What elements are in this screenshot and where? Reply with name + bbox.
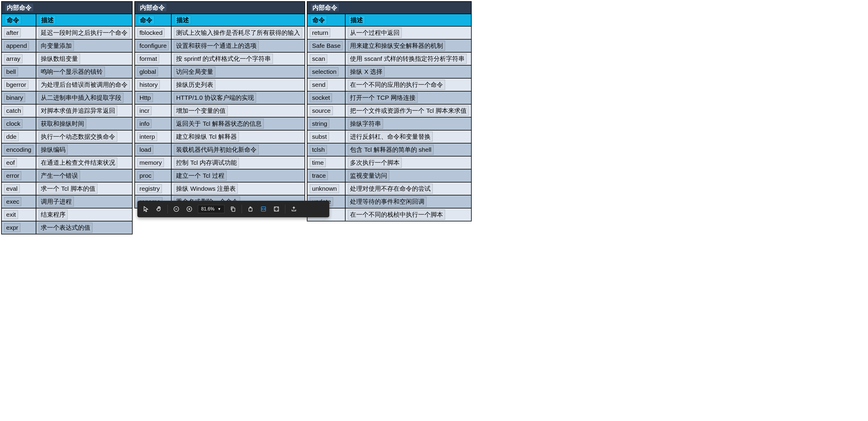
command-cell: binary: [1, 91, 36, 104]
description-cell: 按 sprintf 的式样格式化一个字符串: [171, 52, 305, 65]
table-row: fconfigure设置和获得一个通道上的选项: [135, 39, 305, 52]
table-row: info返回关于 Tcl 解释器状态的信息: [135, 117, 305, 130]
command-cell: global: [135, 65, 171, 78]
description-cell: 操纵数组变量: [36, 52, 132, 65]
table-row: error产生一个错误: [1, 169, 132, 182]
table-row: dde执行一个动态数据交换命令: [1, 130, 132, 143]
command-cell: append: [1, 39, 36, 52]
command-cell: time: [307, 156, 345, 169]
command-cell: exec: [1, 195, 36, 208]
description-cell: 访问全局变量: [171, 65, 305, 78]
command-table: 内部命令命令描述return从一个过程中返回Safe Base用来建立和操纵安全…: [307, 1, 471, 221]
table-row: registry操纵 Windows 注册表: [135, 182, 305, 195]
command-cell: trace: [307, 169, 345, 182]
tables-container: 内部命令命令描述after延迟一段时间之后执行一个命令append向变量添加ar…: [1, 1, 867, 234]
command-cell: Safe Base: [307, 39, 345, 52]
command-cell: history: [135, 78, 171, 91]
command-cell: return: [307, 26, 345, 39]
command-cell: exit: [1, 208, 36, 221]
svg-rect-5: [232, 208, 235, 212]
command-cell: string: [307, 117, 345, 130]
description-cell: 处理对使用不存在命令的尝试: [345, 182, 471, 195]
table-row: fblocked测试上次输入操作是否耗尽了所有获得的输入: [135, 26, 305, 39]
description-cell: 建立和操纵 Tcl 解释器: [171, 130, 305, 143]
command-cell: source: [307, 104, 345, 117]
table-row: append向变量添加: [1, 39, 132, 52]
table-row: 在一个不同的栈桢中执行一个脚本: [307, 208, 471, 221]
command-cell: eof: [1, 156, 36, 169]
description-cell: 为处理后台错误而被调用的命令: [36, 78, 132, 91]
table-row: send在一个不同的应用的执行一个命令: [307, 78, 471, 91]
description-cell: 从二进制串中插入和提取字段: [36, 91, 132, 104]
table-row: global访问全局变量: [135, 65, 305, 78]
zoom-out-icon[interactable]: [172, 204, 181, 214]
description-cell: 操纵历史列表: [171, 78, 305, 91]
table-row: binary从二进制串中插入和提取字段: [1, 91, 132, 104]
table-row: socket打开一个 TCP 网络连接: [307, 91, 471, 104]
description-cell: 进行反斜杠、命令和变量替换: [345, 130, 471, 143]
fit-width-icon[interactable]: [259, 204, 268, 214]
command-cell: subst: [307, 130, 345, 143]
toolbar-separator: [285, 204, 285, 214]
description-cell: 在一个不同的栈桢中执行一个脚本: [345, 208, 471, 221]
table-row: unknown处理对使用不存在命令的尝试: [307, 182, 471, 195]
table-row: load装载机器代码并初始化新命令: [135, 143, 305, 156]
description-cell: 多次执行一个脚本: [345, 156, 471, 169]
table-row: array操纵数组变量: [1, 52, 132, 65]
toolbar-separator: [242, 204, 242, 214]
command-cell: clock: [1, 117, 36, 130]
table-title: 内部命令: [1, 1, 132, 14]
command-cell: load: [135, 143, 171, 156]
description-cell: 向变量添加: [36, 39, 132, 52]
command-cell: error: [1, 169, 36, 182]
table-title: 内部命令: [307, 1, 471, 14]
command-cell: eval: [1, 182, 36, 195]
table-row: Safe Base用来建立和操纵安全解释器的机制: [307, 39, 471, 52]
command-cell: memory: [135, 156, 171, 169]
command-cell: format: [135, 52, 171, 65]
table-row: return从一个过程中返回: [307, 26, 471, 39]
table-row: interp建立和操纵 Tcl 解释器: [135, 130, 305, 143]
command-cell: unknown: [307, 182, 345, 195]
description-cell: 控制 Tcl 内存调试功能: [171, 156, 305, 169]
rotate-icon[interactable]: [246, 204, 255, 214]
description-cell: 监视变量访问: [345, 169, 471, 182]
copy-icon[interactable]: [228, 204, 238, 214]
fullscreen-icon[interactable]: [272, 204, 281, 214]
table-row: exit结束程序: [1, 208, 132, 221]
command-cell: array: [1, 52, 36, 65]
description-cell: HTTP/1.0 协议客户端的实现: [171, 91, 305, 104]
zoom-level-value: 81.6%: [201, 206, 214, 212]
command-cell: bgerror: [1, 78, 36, 91]
table-row: time多次执行一个脚本: [307, 156, 471, 169]
description-cell: 返回关于 Tcl 解释器状态的信息: [171, 117, 305, 130]
command-cell: scan: [307, 52, 345, 65]
selection-tool-icon[interactable]: [142, 204, 150, 214]
share-icon[interactable]: [289, 204, 298, 214]
table-row: encoding操纵编码: [1, 143, 132, 156]
command-cell: send: [307, 78, 345, 91]
description-cell: 调用子进程: [36, 195, 132, 208]
table-row: bell鸣响一个显示器的镇铃: [1, 65, 132, 78]
table-row: string操纵字符串: [307, 117, 471, 130]
table-row: eof在通道上检查文件结束状况: [1, 156, 132, 169]
command-cell: proc: [135, 169, 171, 182]
table-row: memory控制 Tcl 内存调试功能: [135, 156, 305, 169]
column-header: 命令: [1, 14, 36, 26]
command-cell: incr: [135, 104, 171, 117]
table-row: selection操纵 X 选择: [307, 65, 471, 78]
zoom-level-select[interactable]: 81.6% ▼: [198, 205, 224, 213]
command-cell: after: [1, 26, 36, 39]
table-row: format按 sprintf 的式样格式化一个字符串: [135, 52, 305, 65]
command-cell: catch: [1, 104, 36, 117]
description-cell: 操纵 Windows 注册表: [171, 182, 305, 195]
command-cell: socket: [307, 91, 345, 104]
command-cell: bell: [1, 65, 36, 78]
description-cell: 打开一个 TCP 网络连接: [345, 91, 471, 104]
hand-tool-icon[interactable]: [154, 204, 163, 214]
description-cell: 在通道上检查文件结束状况: [36, 156, 132, 169]
command-cell: info: [135, 117, 171, 130]
column-header: 命令: [135, 14, 171, 26]
command-cell: dde: [1, 130, 36, 143]
zoom-in-icon[interactable]: [185, 204, 194, 214]
